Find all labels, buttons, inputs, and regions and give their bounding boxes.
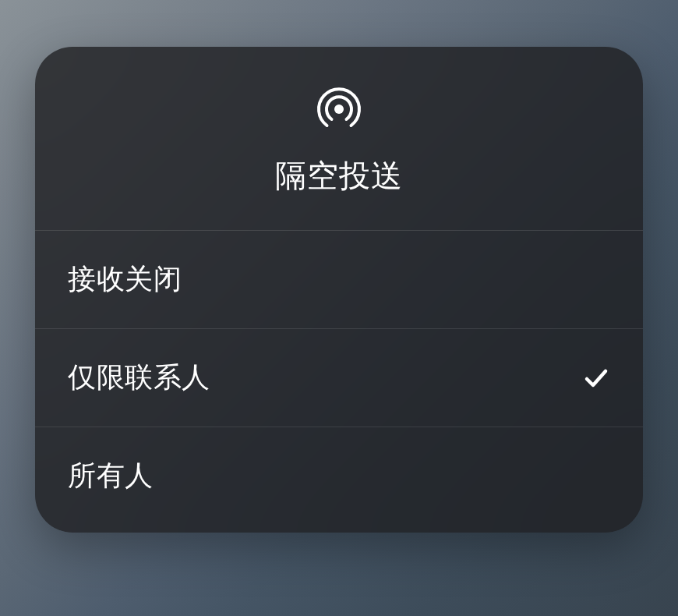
option-label: 仅限联系人 [68,359,210,397]
option-label: 接收关闭 [68,260,182,299]
panel-header: 隔空投送 [35,47,643,231]
option-contacts-only[interactable]: 仅限联系人 [35,329,643,427]
panel-title: 隔空投送 [275,154,403,197]
option-receiving-off[interactable]: 接收关闭 [35,231,643,329]
options-list: 接收关闭 仅限联系人 所有人 [35,231,643,533]
svg-point-0 [334,104,344,114]
checkmark-icon [582,364,610,392]
airdrop-settings-panel: 隔空投送 接收关闭 仅限联系人 [35,47,643,533]
option-everyone[interactable]: 所有人 [35,427,643,533]
blurred-background: 隔空投送 接收关闭 仅限联系人 [0,0,678,616]
airdrop-icon [316,86,362,133]
option-label: 所有人 [68,457,154,495]
